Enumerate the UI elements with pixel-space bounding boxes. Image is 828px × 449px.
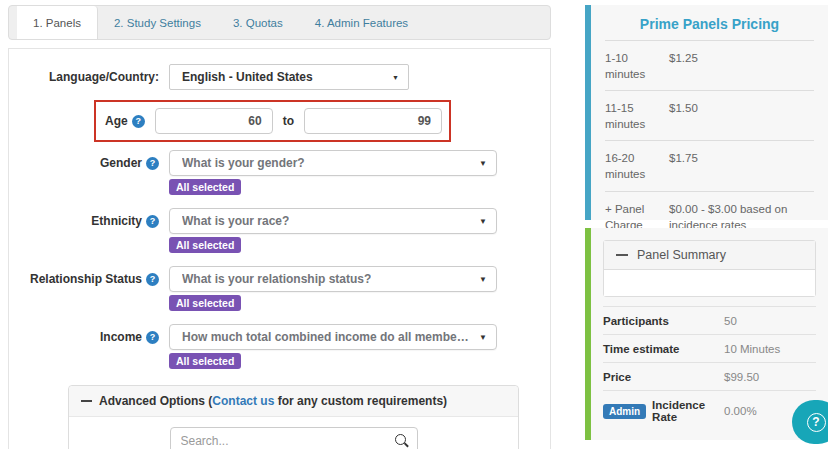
contact-us-link[interactable]: Contact us: [212, 394, 274, 408]
search-field-wrap: [170, 427, 418, 449]
prime-panels-pricing-card: Prime Panels Pricing 1-10 minutes $1.25 …: [585, 5, 828, 220]
search-icon[interactable]: [395, 434, 409, 448]
advanced-options-panel: Advanced Options (Contact us for any cus…: [68, 385, 519, 449]
collapse-minus-icon[interactable]: [616, 254, 628, 256]
language-country-select[interactable]: English - United States ▼: [169, 64, 409, 90]
search-input[interactable]: [170, 427, 418, 449]
chevron-down-icon: ▼: [479, 333, 487, 342]
summary-label-text: Participants: [603, 315, 669, 327]
gender-all-selected-badge: All selected: [169, 179, 241, 195]
pricing-row-value: $1.25: [669, 50, 814, 82]
age-help-icon[interactable]: ?: [132, 115, 145, 128]
summary-row: Participants 50: [603, 306, 816, 334]
ethnicity-label: Ethnicity ?: [9, 214, 159, 228]
summary-row: Price $99.50: [603, 362, 816, 390]
gender-select-placeholder: What is your gender?: [182, 156, 305, 170]
gender-help-icon[interactable]: ?: [146, 157, 159, 170]
age-range-highlight-box: Age ? to: [94, 100, 451, 142]
relationship-status-label: Relationship Status ?: [9, 272, 159, 286]
admin-badge: Admin: [603, 404, 646, 419]
advanced-options-title-prefix: Advanced Options (: [99, 394, 212, 408]
language-country-value: English - United States: [182, 70, 313, 84]
ethnicity-all-selected-badge: All selected: [169, 237, 241, 253]
language-country-label: Language/Country:: [9, 70, 159, 84]
summary-row-value: 10 Minutes: [724, 343, 816, 355]
pricing-row: 1-10 minutes $1.25: [605, 41, 814, 91]
income-select-placeholder: How much total combined income do all me…: [182, 330, 470, 344]
relationship-status-select-placeholder: What is your relationship status?: [182, 272, 371, 286]
gender-row: Gender ? What is your gender? ▼ All sele…: [9, 150, 550, 195]
summary-row-label: Admin Incidence Rate: [603, 399, 724, 423]
panel-summary-header[interactable]: Panel Summary: [604, 241, 815, 270]
age-to-label: to: [283, 114, 294, 128]
income-label-text: Income: [100, 330, 142, 344]
pricing-row-label: 16-20 minutes: [605, 150, 669, 182]
gender-select[interactable]: What is your gender? ▼: [169, 150, 497, 176]
ethnicity-help-icon[interactable]: ?: [146, 215, 159, 228]
relationship-status-row: Relationship Status ? What is your relat…: [9, 266, 550, 311]
summary-label-text: Time estimate: [603, 343, 680, 355]
summary-label-text: Incidence Rate: [652, 399, 724, 423]
relationship-status-label-text: Relationship Status: [30, 272, 142, 286]
language-country-row: Language/Country: English - United State…: [9, 64, 550, 90]
income-row: Income ? How much total combined income …: [9, 324, 550, 369]
advanced-options-header[interactable]: Advanced Options (Contact us for any cus…: [69, 386, 518, 417]
summary-row-label: Participants: [603, 315, 724, 327]
chevron-down-icon: ▼: [479, 275, 487, 284]
income-help-icon[interactable]: ?: [146, 331, 159, 344]
help-button[interactable]: ?: [792, 400, 828, 444]
pricing-row-value: $1.75: [669, 150, 814, 182]
question-circle-icon: ?: [807, 413, 826, 432]
pricing-row-label: 1-10 minutes: [605, 50, 669, 82]
pricing-title: Prime Panels Pricing: [605, 5, 814, 41]
panels-tab-content: Language/Country: English - United State…: [8, 48, 551, 449]
chevron-down-icon: ▼: [479, 217, 487, 226]
pricing-row: 11-15 minutes $1.50: [605, 91, 814, 141]
income-all-selected-badge: All selected: [169, 353, 241, 369]
gender-label: Gender ?: [9, 156, 159, 170]
tab-study-settings[interactable]: 2. Study Settings: [98, 6, 217, 39]
ethnicity-row: Ethnicity ? What is your race? ▼ All sel…: [9, 208, 550, 253]
summary-row-value: 50: [724, 315, 816, 327]
pricing-row-value: $1.50: [669, 100, 814, 132]
ethnicity-select-placeholder: What is your race?: [182, 214, 289, 228]
collapse-minus-icon[interactable]: [81, 400, 92, 402]
relationship-status-all-selected-badge: All selected: [169, 295, 241, 311]
ethnicity-select[interactable]: What is your race? ▼: [169, 208, 497, 234]
panel-summary-title: Panel Summary: [637, 248, 726, 262]
advanced-options-title: Advanced Options (Contact us for any cus…: [99, 394, 447, 408]
tab-quotas[interactable]: 3. Quotas: [217, 6, 299, 39]
advanced-options-body: [69, 417, 518, 449]
age-label-text: Age: [105, 114, 128, 128]
advanced-options-title-suffix: for any custom requirements): [274, 394, 447, 408]
summary-row-incidence: Admin Incidence Rate 0.00%: [603, 390, 816, 430]
pricing-row-label: 11-15 minutes: [605, 100, 669, 132]
summary-row-value: $99.50: [724, 371, 816, 383]
chevron-down-icon: ▼: [479, 159, 487, 168]
pricing-row: 16-20 minutes $1.75: [605, 141, 814, 191]
tab-admin-features[interactable]: 4. Admin Features: [299, 6, 424, 39]
summary-row-label: Time estimate: [603, 343, 724, 355]
summary-row: Time estimate 10 Minutes: [603, 334, 816, 362]
tab-panels[interactable]: 1. Panels: [17, 6, 98, 39]
summary-row-label: Price: [603, 371, 724, 383]
income-select[interactable]: How much total combined income do all me…: [169, 324, 497, 350]
ethnicity-label-text: Ethnicity: [91, 214, 142, 228]
age-label: Age ?: [105, 114, 145, 128]
panel-summary-box: Panel Summary: [603, 240, 816, 297]
tab-bar: 1. Panels 2. Study Settings 3. Quotas 4.…: [8, 5, 551, 40]
age-min-input[interactable]: [155, 108, 273, 134]
gender-label-text: Gender: [100, 156, 142, 170]
panel-summary-body: [604, 270, 815, 296]
relationship-status-select[interactable]: What is your relationship status? ▼: [169, 266, 497, 292]
summary-label-text: Price: [603, 371, 631, 383]
income-label: Income ?: [9, 330, 159, 344]
chevron-down-icon: ▼: [392, 74, 399, 81]
age-max-input[interactable]: [304, 108, 442, 134]
panel-summary-card: Panel Summary Participants 50 Time estim…: [585, 228, 828, 440]
relationship-status-help-icon[interactable]: ?: [146, 273, 159, 286]
study-builder-card: 1. Panels 2. Study Settings 3. Quotas 4.…: [8, 5, 551, 449]
